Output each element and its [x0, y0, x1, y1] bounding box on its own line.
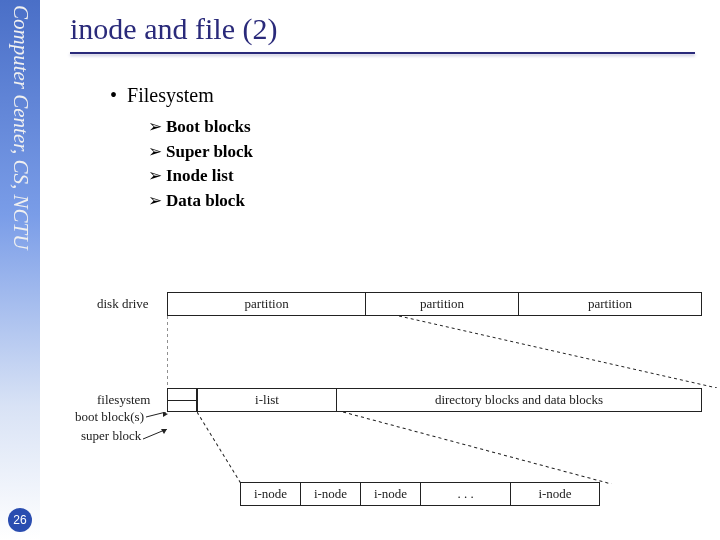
partition-boxes: partition partition partition [167, 292, 702, 316]
ilist-box: i-list [198, 389, 337, 411]
page-number: 26 [8, 508, 32, 532]
filesystem-row: filesystem i-list directory blocks and d… [95, 388, 702, 412]
diagram: disk drive partition partition partition… [95, 292, 702, 506]
inode-last: i-node [511, 483, 599, 505]
bullet-main: • Filesystem [110, 84, 695, 107]
dblocks-box: directory blocks and data blocks [337, 389, 701, 411]
bullet-list: • Filesystem ➢Boot blocks ➢Super block ➢… [110, 84, 695, 214]
disk-drive-row: disk drive partition partition partition [95, 292, 702, 316]
connector-lines-1 [167, 316, 717, 388]
boot-block-label: boot block(s) [75, 409, 170, 425]
slide-title: inode and file (2) [70, 12, 695, 46]
sub-item-1: ➢Super block [148, 140, 695, 165]
sidebar: Computer Center, CS, NCTU [0, 0, 40, 540]
title-underline [70, 52, 695, 54]
sub-item-3: ➢Data block [148, 189, 695, 214]
inode-2: i-node [301, 483, 361, 505]
partition-3: partition [519, 293, 701, 315]
boot-super-stack [167, 388, 197, 412]
inode-boxes: i-node i-node i-node . . . i-node [240, 482, 600, 506]
inode-1: i-node [241, 483, 301, 505]
partition-1: partition [168, 293, 366, 315]
svg-marker-3 [163, 412, 168, 417]
sub-item-0: ➢Boot blocks [148, 115, 695, 140]
inode-3: i-node [361, 483, 421, 505]
super-block-label: super block [81, 428, 171, 444]
sidebar-label: Computer Center, CS, NCTU [8, 5, 33, 249]
slide-content: inode and file (2) • Filesystem ➢Boot bl… [40, 0, 720, 540]
inode-row: i-node i-node i-node . . . i-node [240, 482, 600, 506]
svg-line-7 [343, 412, 611, 484]
partition-2: partition [366, 293, 519, 315]
sub-item-2: ➢Inode list [148, 164, 695, 189]
disk-drive-label: disk drive [95, 292, 167, 316]
svg-line-1 [399, 316, 717, 388]
inode-dots: . . . [421, 483, 511, 505]
filesystem-boxes: i-list directory blocks and data blocks [197, 388, 702, 412]
connector-lines-2 [197, 412, 720, 484]
svg-line-6 [197, 412, 241, 484]
